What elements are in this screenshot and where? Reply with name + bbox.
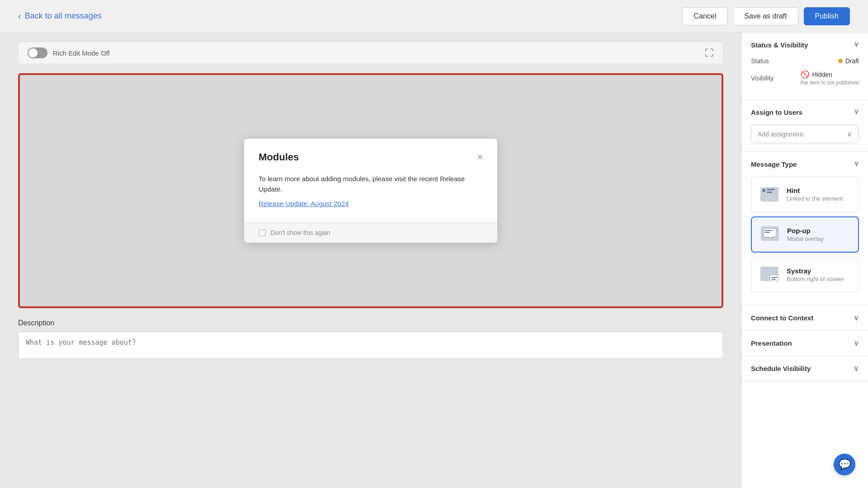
popup-info: Pop-up Modal overlay bbox=[787, 227, 851, 242]
hint-card[interactable]: Hint Linked to the element bbox=[751, 177, 859, 212]
schedule-visibility-chevron: ∨ bbox=[854, 364, 859, 373]
assign-users-content: Add assignment ∨ bbox=[742, 125, 868, 151]
back-link[interactable]: ‹ Back to all messages bbox=[18, 11, 102, 21]
popup-name: Pop-up bbox=[787, 227, 851, 235]
modal-body: To learn more about adding modules, plea… bbox=[244, 170, 497, 222]
popup-icon bbox=[759, 224, 781, 245]
assign-users-header[interactable]: Assign to Users ∧ bbox=[742, 100, 868, 125]
add-assignment-dropdown[interactable]: Add assignment ∨ bbox=[751, 125, 859, 143]
save-draft-button[interactable]: Save as draft bbox=[733, 7, 798, 25]
connect-context-title: Connect to Context bbox=[751, 314, 813, 322]
message-type-content: Hint Linked to the element bbox=[742, 177, 868, 305]
preview-area: Modules × To learn more about adding mod… bbox=[18, 73, 723, 308]
hint-name: Hint bbox=[787, 187, 851, 194]
visibility-value-group: 🚫 Hidden the item is not published bbox=[801, 70, 859, 86]
message-type-title: Message Type bbox=[751, 160, 797, 168]
modal-header: Modules × bbox=[244, 139, 497, 170]
modules-modal: Modules × To learn more about adding mod… bbox=[244, 139, 497, 243]
toggle-knob bbox=[28, 48, 38, 57]
modal-release-link[interactable]: Release Update: August 2024 bbox=[259, 200, 349, 207]
popup-card[interactable]: Pop-up Modal overlay bbox=[751, 216, 859, 253]
chat-bubble-icon: 💬 bbox=[839, 459, 851, 470]
content-area: Rich Edit Mode Off ⛶ Modules × To learn … bbox=[0, 33, 741, 488]
hint-info: Hint Linked to the element bbox=[787, 187, 851, 202]
presentation-chevron: ∨ bbox=[854, 339, 859, 347]
draft-dot-icon bbox=[838, 59, 843, 63]
systray-icon bbox=[759, 264, 780, 286]
status-value-text: Draft bbox=[845, 57, 859, 65]
back-arrow-icon: ‹ bbox=[18, 11, 21, 21]
visibility-label: Visibility bbox=[751, 75, 774, 82]
message-type-chevron: ∧ bbox=[854, 160, 859, 169]
systray-name: Systray bbox=[787, 267, 851, 275]
status-visibility-chevron: ∧ bbox=[854, 41, 859, 49]
dropdown-chevron-icon: ∨ bbox=[847, 130, 852, 138]
status-row: Status Draft bbox=[751, 57, 859, 65]
description-label: Description bbox=[18, 319, 723, 327]
message-type-section: Message Type ∧ Hint bbox=[742, 152, 868, 305]
connect-context-chevron: ∨ bbox=[854, 314, 859, 322]
systray-info: Systray Bottom right of screen bbox=[787, 267, 851, 282]
modal-footer: Don't show this again bbox=[244, 222, 497, 243]
status-visibility-content: Status Draft Visibility 🚫 Hidden the ite… bbox=[742, 57, 868, 99]
visibility-sub-text: the item is not published bbox=[801, 80, 859, 86]
modal-body-text: To learn more about adding modules, plea… bbox=[259, 174, 483, 194]
assign-users-chevron: ∧ bbox=[854, 108, 859, 117]
visibility-row: Visibility 🚫 Hidden the item is not publ… bbox=[751, 70, 859, 86]
expand-icon[interactable]: ⛶ bbox=[705, 48, 714, 58]
chat-bubble-button[interactable]: 💬 bbox=[834, 454, 855, 475]
systray-card[interactable]: Systray Bottom right of screen bbox=[751, 257, 859, 292]
rich-edit-left: Rich Edit Mode Off bbox=[28, 47, 110, 58]
schedule-visibility-header[interactable]: Schedule Visibility ∨ bbox=[742, 356, 868, 381]
presentation-section: Presentation ∨ bbox=[742, 331, 868, 356]
presentation-title: Presentation bbox=[751, 339, 792, 347]
hidden-eye-icon: 🚫 bbox=[801, 70, 810, 79]
rich-edit-label: Rich Edit Mode Off bbox=[53, 49, 110, 57]
schedule-visibility-title: Schedule Visibility bbox=[751, 365, 811, 372]
connect-context-header[interactable]: Connect to Context ∨ bbox=[742, 305, 868, 330]
assign-users-section: Assign to Users ∧ Add assignment ∨ bbox=[742, 100, 868, 152]
top-actions: Cancel Save as draft Publish bbox=[682, 7, 850, 25]
assign-users-title: Assign to Users bbox=[751, 108, 802, 116]
schedule-visibility-section: Schedule Visibility ∨ bbox=[742, 356, 868, 381]
systray-desc: Bottom right of screen bbox=[787, 276, 851, 282]
popup-desc: Modal overlay bbox=[787, 235, 851, 242]
status-visibility-section: Status & Visibility ∧ Status Draft Visib… bbox=[742, 33, 868, 100]
status-visibility-title: Status & Visibility bbox=[751, 41, 808, 49]
status-visibility-header[interactable]: Status & Visibility ∧ bbox=[742, 33, 868, 57]
presentation-header[interactable]: Presentation ∨ bbox=[742, 331, 868, 356]
status-label: Status bbox=[751, 57, 769, 65]
status-value: Draft bbox=[838, 57, 859, 65]
modal-close-button[interactable]: × bbox=[477, 152, 483, 162]
add-assignment-placeholder: Add assignment bbox=[758, 131, 803, 138]
main-layout: Rich Edit Mode Off ⛶ Modules × To learn … bbox=[0, 33, 868, 488]
hint-icon bbox=[759, 183, 780, 205]
dont-show-label: Don't show this again bbox=[270, 229, 330, 236]
cancel-button[interactable]: Cancel bbox=[682, 7, 727, 25]
rich-edit-bar: Rich Edit Mode Off ⛶ bbox=[18, 42, 723, 64]
publish-button[interactable]: Publish bbox=[804, 7, 850, 25]
dont-show-checkbox[interactable] bbox=[259, 229, 266, 236]
visibility-value: 🚫 Hidden bbox=[801, 70, 859, 79]
top-bar: ‹ Back to all messages Cancel Save as dr… bbox=[0, 0, 868, 33]
connect-context-section: Connect to Context ∨ bbox=[742, 305, 868, 331]
visibility-value-text: Hidden bbox=[812, 71, 832, 78]
message-type-header[interactable]: Message Type ∧ bbox=[742, 152, 868, 177]
description-input[interactable] bbox=[18, 332, 723, 359]
back-link-label: Back to all messages bbox=[25, 11, 102, 21]
description-section: Description bbox=[18, 319, 723, 361]
rich-edit-toggle[interactable] bbox=[28, 47, 47, 58]
modal-title: Modules bbox=[259, 151, 299, 163]
hint-desc: Linked to the element bbox=[787, 195, 851, 202]
right-sidebar: Status & Visibility ∧ Status Draft Visib… bbox=[741, 33, 868, 488]
